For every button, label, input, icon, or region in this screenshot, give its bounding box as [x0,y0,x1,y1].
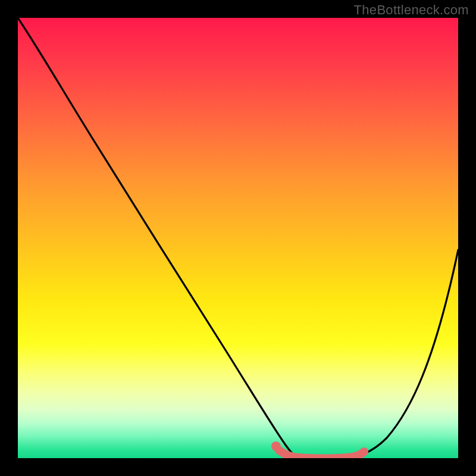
curve-left [18,18,296,457]
highlight-dot [271,441,281,451]
curve-right [351,250,458,457]
watermark-text: TheBottleneck.com [354,2,469,18]
chart-frame: TheBottleneck.com [0,0,476,476]
curve-layer [18,18,458,458]
plot-area [18,18,458,458]
